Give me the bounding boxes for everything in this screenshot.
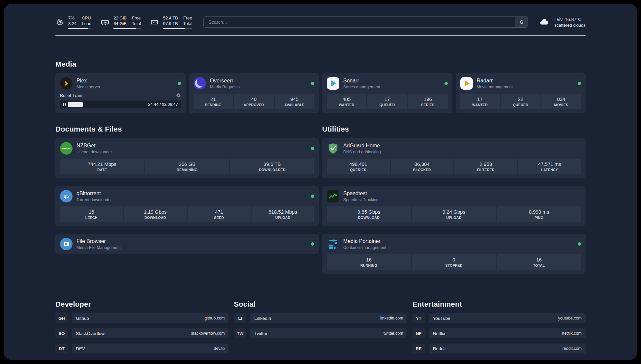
app-card-filebrowser[interactable]: File Browser Media File Management: [55, 234, 319, 254]
stat-tile: 266 GB REMAINING: [145, 159, 229, 174]
link-stackoverflow[interactable]: SO StackOverflow stackoverflow.com: [55, 328, 229, 338]
system-metrics: 7% 3.24 CPU Load: [55, 15, 192, 29]
stat-value: 39.6 TB: [231, 161, 313, 167]
pause-icon[interactable]: [63, 103, 66, 106]
disk-free-value: 52.4 TB: [163, 15, 178, 21]
link-card[interactable]: Netflix netflix.com: [429, 328, 586, 338]
stat-label: UPLOAD: [253, 216, 313, 220]
stat-tile: 16 LEECH: [60, 206, 123, 222]
stat-label: AVAILABLE: [276, 103, 313, 107]
stat-tile: 2,953 FILTERED: [454, 159, 517, 174]
ram-free-value: 22 GiB: [113, 15, 127, 21]
link-domain: reddit.com: [563, 346, 582, 351]
radarr-icon: [460, 77, 473, 90]
app-card-qbittorrent[interactable]: qb qBittorrent Torrent downloader 16 LEE…: [55, 186, 319, 226]
link-domain: youtube.com: [558, 316, 582, 320]
disk-total-label: Total: [183, 21, 192, 26]
app-card-plex[interactable]: Plex Media server Bullet Train: [55, 73, 186, 113]
link-card[interactable]: StackOverflow stackoverflow.com: [72, 328, 229, 338]
app-subtitle: DNS and adblocking: [343, 150, 581, 154]
stat-tile: 471 SEED: [188, 206, 251, 222]
link-linkedin[interactable]: LI LinkedIn linkedin.com: [234, 313, 407, 323]
stat-value: 485: [328, 96, 365, 102]
sonarr-icon: [327, 77, 339, 90]
link-youtube[interactable]: YT YouTube youtube.com: [412, 313, 586, 323]
playback-time: 24:44 / 02:06:47: [148, 102, 178, 107]
stat-value: 744.21 Mbps: [61, 161, 143, 167]
stat-value: 17: [462, 96, 499, 102]
search-input[interactable]: [203, 16, 528, 28]
section-title-social: Social: [234, 300, 407, 309]
stat-tile: 945 AVAILABLE: [275, 94, 314, 109]
qbittorrent-icon-text: qb: [64, 194, 69, 199]
app-subtitle: Usenet downloader: [76, 150, 307, 154]
app-title: qBittorrent: [76, 191, 307, 197]
overseerr-icon: [194, 77, 206, 90]
section-media: Media Plex Media server Bullet Train: [55, 60, 586, 113]
speedtest-icon: [327, 190, 339, 202]
app-card-radarr[interactable]: Radarr Movie management 17 WANTED 22 QUE…: [456, 73, 586, 113]
link-card[interactable]: LinkedIn linkedin.com: [250, 313, 407, 323]
qbittorrent-icon: qb: [60, 190, 73, 202]
link-abbr-badge: SO: [55, 328, 68, 338]
app-card-sonarr[interactable]: Sonarr Series management 485 WANTED 17 Q…: [322, 73, 452, 113]
stat-value: 16: [328, 257, 410, 262]
link-twitter[interactable]: TW Twitter twitter.com: [234, 328, 407, 338]
search-engine-button[interactable]: G: [515, 17, 528, 27]
playback-bar[interactable]: 24:44 / 02:06:47: [60, 101, 181, 108]
stat-tile: 40 APPROVED: [234, 94, 274, 109]
stat-label: REMAINING: [146, 168, 228, 172]
stat-label: RUNNING: [328, 263, 410, 267]
link-domain: stackoverflow.com: [191, 331, 225, 336]
link-card[interactable]: DEV dev.to: [72, 344, 229, 353]
link-github[interactable]: GH Github github.com: [55, 313, 229, 323]
stat-tile: 9.24 Gbps UPLOAD: [412, 206, 496, 222]
app-card-adguard[interactable]: AdGuard Home DNS and adblocking 498,461 …: [322, 138, 586, 178]
app-title: Plex: [76, 78, 174, 84]
link-name: Reddit: [433, 346, 446, 351]
app-card-nzbget[interactable]: nzbget NZBGet Usenet downloader 744.21 M…: [55, 138, 319, 178]
playback-progress-fill: [68, 102, 83, 107]
stat-value: 618.52 Mbps: [253, 209, 313, 215]
gear-icon[interactable]: [176, 93, 181, 98]
stat-label: FILTERED: [456, 168, 516, 172]
link-name: Github: [76, 316, 89, 321]
link-name: StackOverflow: [76, 331, 105, 336]
link-card[interactable]: Github github.com: [72, 313, 229, 323]
cpu-load-label: Load: [82, 21, 91, 26]
stat-label: APPROVED: [235, 103, 272, 107]
stat-tile: 47.571 ms LATENCY: [518, 159, 581, 174]
cpu-widget: 7% 3.24 CPU Load: [55, 15, 91, 29]
cpu-label: CPU: [82, 15, 91, 21]
link-card[interactable]: Twitter twitter.com: [250, 328, 407, 338]
link-abbr-badge: YT: [412, 313, 425, 323]
link-dev[interactable]: DT DEV dev.to: [55, 344, 229, 353]
stat-value: 9.65 Gbps: [328, 209, 410, 215]
stat-value: 2,953: [456, 161, 516, 167]
app-card-speedtest[interactable]: Speedtest Speedtest Tracking 9.65 Gbps D…: [322, 186, 586, 226]
link-reddit[interactable]: RE Reddit reddit.com: [412, 344, 586, 353]
stat-label: LEECH: [61, 216, 122, 220]
section-links: Developer GH Github github.com SO StackO…: [55, 300, 586, 359]
link-name: LinkedIn: [254, 316, 271, 321]
ram-icon: [101, 18, 109, 27]
section-entertainment: Entertainment YT YouTube youtube.com NF …: [412, 300, 586, 359]
stat-label: DOWNLOADED: [231, 168, 313, 172]
stat-label: PING: [498, 216, 580, 220]
dashboard-window: 7% 3.24 CPU Load: [4, 4, 637, 360]
link-domain: dev.to: [214, 346, 225, 351]
stat-tile: 618.52 Mbps UPLOAD: [252, 206, 315, 222]
stat-value: 196: [409, 96, 446, 102]
stat-tile: 834 MOVIES: [541, 94, 581, 109]
topbar-divider: [55, 35, 586, 36]
cloud-icon: [538, 17, 550, 27]
link-card[interactable]: YouTube youtube.com: [429, 313, 586, 323]
stat-label: RATE: [61, 168, 143, 172]
section-social: Social LI LinkedIn linkedin.com TW Twitt…: [234, 300, 407, 359]
app-card-overseerr[interactable]: Overseerr Media Requests 21 PENDING 40 A…: [189, 73, 319, 113]
app-card-portainer[interactable]: Media Portainer Container management 16 …: [322, 234, 586, 274]
status-online-dot: [311, 195, 314, 198]
link-card[interactable]: Reddit reddit.com: [429, 344, 586, 353]
stat-tile: 485 WANTED: [327, 94, 366, 109]
link-netflix[interactable]: NF Netflix netflix.com: [412, 328, 586, 338]
